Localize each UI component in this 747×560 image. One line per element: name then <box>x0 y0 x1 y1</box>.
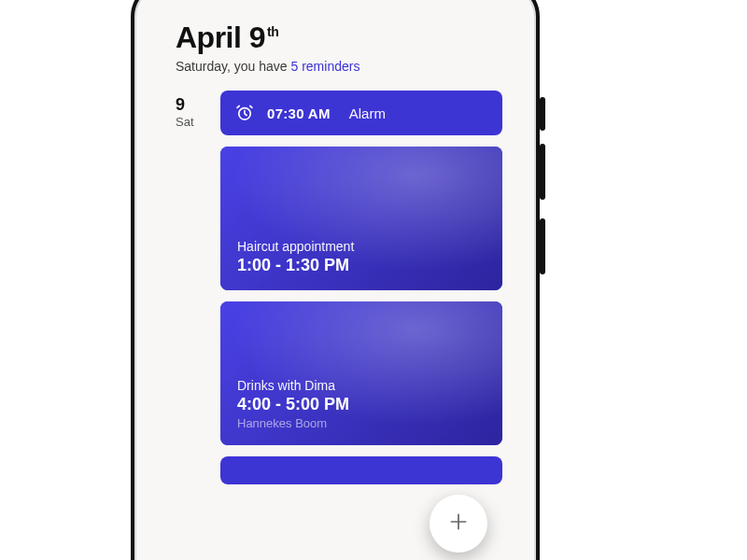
day-abbr: Sat <box>176 115 194 129</box>
event-card[interactable] <box>220 456 502 484</box>
alarm-card[interactable]: 07:30 AM Alarm <box>220 91 502 135</box>
subtitle-prefix: Saturday, you have <box>176 59 290 74</box>
date-ordinal: th <box>267 24 278 39</box>
day-number: 9 <box>176 96 194 113</box>
plus-icon <box>446 510 471 538</box>
day-body: 9 Sat 07:30 AM Alarm <box>151 83 519 484</box>
phone-frame: April 9th Saturday, you have 5 reminders… <box>131 0 540 560</box>
header: April 9th Saturday, you have 5 reminders <box>151 2 519 83</box>
event-time-range: 1:00 - 1:30 PM <box>237 256 486 275</box>
event-time-range: 4:00 - 5:00 PM <box>237 395 486 414</box>
page-title: April 9th <box>176 21 495 55</box>
screen: April 9th Saturday, you have 5 reminders… <box>151 2 519 560</box>
event-card[interactable]: Haircut appointment 1:00 - 1:30 PM <box>220 147 502 290</box>
event-card[interactable]: Drinks with Dima 4:00 - 5:00 PM Hannekes… <box>220 301 502 445</box>
event-location: Hannekes Boom <box>237 416 486 430</box>
side-button <box>540 97 545 131</box>
alarm-clock-icon <box>235 104 254 122</box>
date-month-day: April 9 <box>176 21 265 54</box>
add-button[interactable] <box>430 495 487 553</box>
event-title: Haircut appointment <box>237 239 486 254</box>
side-button <box>540 218 545 274</box>
side-button <box>540 144 545 200</box>
day-column: 9 Sat <box>176 96 194 129</box>
reminders-link[interactable]: 5 reminders <box>290 59 359 74</box>
event-title: Drinks with Dima <box>237 378 486 393</box>
alarm-label: Alarm <box>349 105 386 121</box>
subtitle: Saturday, you have 5 reminders <box>176 59 495 74</box>
alarm-time: 07:30 AM <box>267 105 331 121</box>
